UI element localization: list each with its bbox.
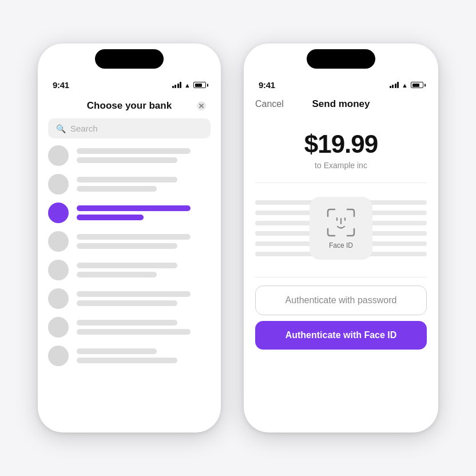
right-status-time: 9:41: [259, 80, 275, 90]
right-phone: 9:41 ▲ Cancel Send money $19.99 to Examp…: [244, 43, 438, 433]
avatar: [48, 346, 69, 366]
amount-value: $19.99: [255, 130, 427, 158]
signal-icon: [172, 82, 182, 88]
list-item[interactable]: [48, 174, 211, 195]
list-item[interactable]: [48, 346, 211, 366]
divider: [255, 183, 427, 183]
authenticate-password-button[interactable]: Authenticate with password: [255, 285, 427, 315]
avatar: [48, 288, 69, 309]
signal-icon: [390, 82, 399, 88]
left-status-area: [38, 43, 221, 72]
avatar: [48, 317, 69, 338]
left-status-icons: ▲: [172, 82, 206, 89]
right-header: Cancel Send money: [244, 93, 438, 116]
list-item[interactable]: [48, 260, 211, 280]
dynamic-island-left: [95, 49, 164, 69]
close-icon: [196, 101, 207, 111]
left-status-bar: 9:41 ▲: [38, 72, 221, 93]
avatar: [48, 231, 69, 252]
dynamic-island-right: [307, 49, 375, 69]
amount-section: $19.99 to Example inc: [244, 116, 438, 174]
avatar: [48, 260, 69, 280]
left-status-time: 9:41: [53, 80, 69, 90]
list-item[interactable]: [48, 317, 211, 338]
bank-list: [38, 145, 221, 366]
right-status-area: [244, 43, 438, 72]
avatar-selected: [48, 203, 69, 223]
avatar: [48, 174, 69, 195]
left-header: Choose your bank: [38, 93, 221, 116]
right-status-icons: ▲: [390, 82, 423, 89]
avatar: [48, 145, 69, 166]
face-id-section: Face ID: [244, 191, 438, 269]
face-id-icon: [326, 207, 356, 238]
left-phone: 9:41 ▲ Choose your bank 🔍 S: [38, 43, 221, 433]
wifi-icon: ▲: [184, 82, 191, 89]
search-placeholder: Search: [70, 124, 98, 133]
close-button[interactable]: [193, 98, 209, 114]
list-item[interactable]: [48, 231, 211, 252]
search-bar[interactable]: 🔍 Search: [48, 118, 211, 138]
authenticate-faceid-button[interactable]: Authenticate with Face ID: [255, 321, 427, 350]
divider-2: [255, 277, 427, 277]
left-header-title: Choose your bank: [87, 100, 172, 112]
battery-icon: [411, 82, 423, 88]
page-title: Send money: [312, 98, 370, 110]
search-icon: 🔍: [56, 124, 66, 133]
face-id-label: Face ID: [329, 241, 353, 249]
list-item[interactable]: [48, 145, 211, 166]
face-id-box[interactable]: Face ID: [310, 197, 372, 260]
list-item-selected[interactable]: [48, 203, 211, 223]
right-status-bar: 9:41 ▲: [244, 72, 438, 93]
battery-icon: [193, 82, 206, 88]
cancel-button[interactable]: Cancel: [255, 99, 284, 109]
recipient-label: to Example inc: [255, 161, 427, 170]
wifi-icon: ▲: [402, 82, 408, 89]
list-item[interactable]: [48, 288, 211, 309]
